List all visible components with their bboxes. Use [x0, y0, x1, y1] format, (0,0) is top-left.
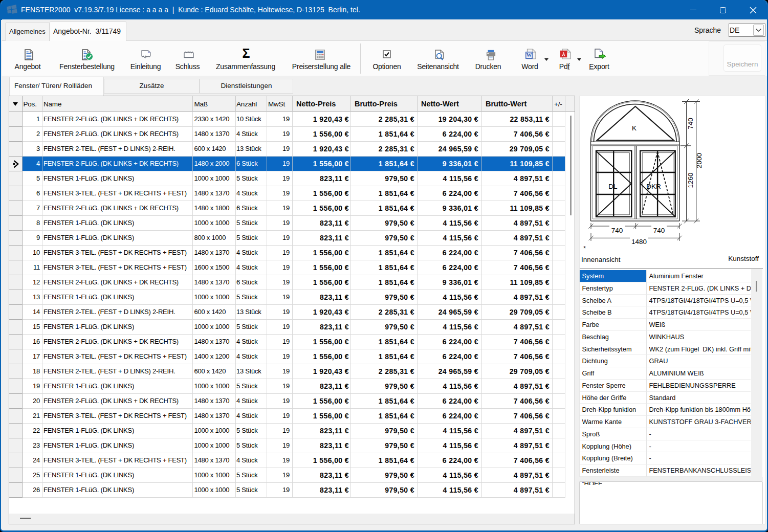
svg-text:1480: 1480	[631, 238, 647, 246]
svg-text:1260: 1260	[687, 172, 694, 188]
svg-text:K: K	[632, 124, 637, 132]
svg-text:DKR: DKR	[646, 183, 661, 190]
svg-text:DL: DL	[608, 183, 618, 190]
svg-text:740: 740	[653, 227, 665, 234]
svg-text:740: 740	[611, 227, 623, 234]
svg-text:W: W	[526, 52, 532, 58]
svg-text:2000: 2000	[695, 153, 703, 168]
svg-text:740: 740	[687, 118, 694, 129]
